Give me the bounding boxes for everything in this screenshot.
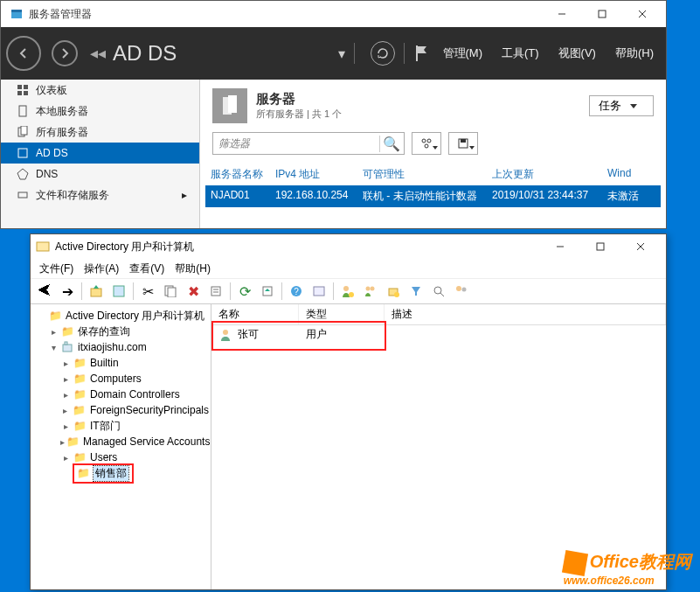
menu-manage[interactable]: 管理(M) (443, 45, 483, 61)
tree-msa[interactable]: ▸📁Managed Service Accounts (31, 434, 211, 449)
aduc-maximize-button[interactable] (580, 233, 620, 260)
menu-view[interactable]: 查看(V) (124, 260, 170, 278)
maximize-button[interactable] (582, 1, 622, 27)
tb-cut-icon[interactable]: ✂ (137, 281, 158, 302)
aduc-tree[interactable]: 📁Active Directory 用户和计算机 ▸📁保存的查询 ▾itxiao… (31, 304, 211, 589)
watermark-brand: Office教程网 (590, 552, 691, 571)
svg-rect-33 (168, 288, 176, 297)
forward-button[interactable] (52, 40, 78, 66)
svg-rect-41 (314, 287, 324, 296)
back-button[interactable] (6, 36, 41, 71)
sidebar-item-all[interactable]: 所有服务器 (1, 122, 199, 143)
tb-back-icon[interactable]: ⮜ (34, 281, 55, 302)
filter-box[interactable]: 🔍 (212, 132, 405, 155)
filter-options-button[interactable] (412, 132, 441, 155)
minimize-button[interactable] (542, 1, 582, 27)
col-win[interactable]: Wind (602, 164, 655, 185)
tree-it[interactable]: ▸📁IT部门 (31, 418, 211, 434)
tb-find-icon[interactable] (308, 281, 329, 302)
sidebar-item-adds[interactable]: AD DS (1, 143, 199, 164)
sidebar-item-local[interactable]: 本地服务器 (1, 101, 199, 122)
folder-icon: 📁 (66, 435, 80, 448)
tb-properties-icon[interactable] (108, 281, 129, 302)
aduc-list[interactable]: 名称 类型 描述 张可 用户 (211, 304, 666, 589)
menu-help[interactable]: 帮助(H) (615, 45, 654, 61)
tree-builtin[interactable]: ▸📁Builtin (31, 355, 211, 371)
sidebar-item-dns[interactable]: DNS (1, 164, 199, 185)
domain-icon (60, 341, 74, 353)
col-manage[interactable]: 可管理性 (357, 164, 487, 185)
menu-file[interactable]: 文件(F) (34, 260, 79, 278)
sidebar-item-dashboard[interactable]: 仪表板 (1, 80, 199, 101)
close-button[interactable] (622, 1, 662, 27)
caret-right-icon: ▸ (60, 390, 71, 400)
tb-help-icon[interactable]: ? (286, 281, 307, 302)
tb-new-ou-icon[interactable] (383, 281, 404, 302)
aduc-close-button[interactable] (620, 233, 661, 260)
aduc-titlebar[interactable]: Active Directory 用户和计算机 (31, 234, 666, 259)
tree-label: Computers (88, 373, 143, 385)
svg-rect-7 (17, 85, 22, 89)
tree-fsp[interactable]: ▸📁ForeignSecurityPrincipals (31, 402, 211, 418)
col-name[interactable]: 服务器名称 (205, 164, 270, 185)
tb-export-icon[interactable] (257, 281, 278, 302)
tree-domain[interactable]: ▾itxiaojishu.com (31, 339, 211, 355)
menu-action[interactable]: 操作(A) (79, 260, 124, 278)
tb-up-icon[interactable] (86, 281, 107, 302)
ou-icon: 📁 (76, 467, 90, 479)
grid-row[interactable]: NJAD01 192.168.10.254 联机 - 未启动性能计数器 2019… (205, 185, 661, 207)
tree-label: Active Directory 用户和计算机 (64, 309, 206, 324)
tb-props-icon[interactable] (205, 281, 226, 302)
svg-rect-31 (114, 286, 124, 296)
col-ip[interactable]: IPv4 地址 (270, 164, 357, 185)
sidebar-item-label: AD DS (36, 147, 68, 159)
sidebar-item-label: 所有服务器 (36, 125, 88, 140)
grid-header[interactable]: 服务器名称 IPv4 地址 可管理性 上次更新 Wind (205, 164, 661, 185)
sidebar-item-storage[interactable]: 文件和存储服务▸ (1, 185, 199, 205)
item-type: 用户 (306, 327, 327, 342)
tb-forward-icon[interactable]: ➔ (57, 281, 78, 302)
tb-refresh-icon[interactable]: ⟳ (234, 281, 255, 302)
tb-new-user-icon[interactable] (337, 281, 358, 302)
tb-delete-icon[interactable]: ✖ (183, 281, 204, 302)
svg-rect-16 (18, 192, 27, 198)
sm-titlebar[interactable]: 服务器管理器 (1, 1, 666, 27)
menu-tools[interactable]: 工具(T) (502, 45, 539, 61)
dashboard-icon (17, 84, 29, 96)
aduc-minimize-button[interactable] (540, 233, 580, 260)
tree-sales[interactable]: 📁 销售部 (31, 465, 211, 481)
tree-saved-queries[interactable]: ▸📁保存的查询 (31, 324, 211, 339)
breadcrumb[interactable]: ◂◂ AD DS (90, 41, 177, 66)
filter-input[interactable] (213, 133, 379, 154)
svg-point-42 (343, 286, 349, 291)
menu-help[interactable]: 帮助(H) (170, 260, 216, 278)
tree-label: Builtin (88, 357, 121, 369)
tb-new-group-icon[interactable] (360, 281, 381, 302)
col-type[interactable]: 类型 (299, 304, 385, 324)
refresh-button[interactable] (371, 41, 395, 66)
task-dropdown[interactable]: 任务 (589, 95, 654, 116)
tree-dc[interactable]: ▸📁Domain Controllers (31, 387, 211, 402)
flag-icon[interactable] (413, 44, 429, 63)
search-icon[interactable]: 🔍 (379, 136, 402, 152)
tb-search-icon[interactable] (428, 281, 449, 302)
svg-point-21 (425, 144, 428, 148)
list-header[interactable]: 名称 类型 描述 (211, 304, 666, 325)
tree-computers[interactable]: ▸📁Computers (31, 371, 211, 387)
menu-view[interactable]: 视图(V) (558, 45, 596, 61)
col-desc[interactable]: 描述 (385, 304, 666, 324)
tree-label: itxiaojishu.com (76, 341, 149, 353)
svg-rect-13 (21, 126, 27, 135)
list-item[interactable]: 张可 (218, 327, 259, 342)
col-name[interactable]: 名称 (211, 304, 299, 324)
tb-copy-icon[interactable] (160, 281, 181, 302)
tb-filter-icon[interactable] (405, 281, 426, 302)
tb-add-member-icon[interactable] (451, 281, 472, 302)
save-filter-button[interactable] (448, 132, 478, 155)
col-updated[interactable]: 上次更新 (487, 164, 602, 185)
dropdown-caret-icon[interactable]: ▾ (338, 45, 345, 62)
svg-rect-3 (599, 10, 606, 17)
ou-icon: 📁 (73, 388, 87, 400)
folder-icon: 📁 (73, 451, 87, 463)
tree-root[interactable]: 📁Active Directory 用户和计算机 (31, 308, 211, 324)
